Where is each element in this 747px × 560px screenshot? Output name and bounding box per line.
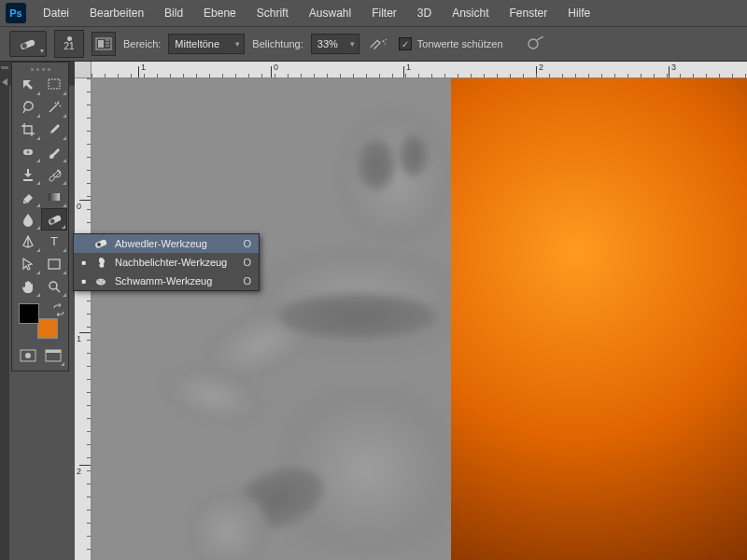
quickmask-toggle[interactable] (15, 344, 40, 367)
svg-point-3 (382, 40, 384, 42)
svg-text:T: T (50, 234, 58, 248)
current-tool-indicator[interactable]: ▾ (9, 31, 47, 57)
shape-tool[interactable] (41, 253, 67, 275)
workarea: 101234 012 (75, 62, 747, 560)
pressure-toggle[interactable] (524, 32, 548, 56)
flyout-item-dodge[interactable]: Abwedler-WerkzeugO (74, 234, 259, 253)
protect-tones-option[interactable]: ✓ Tonwerte schützen (399, 37, 503, 50)
option-bar: ▾ 21 Bereich: Mitteltöne Belichtung: 33%… (0, 26, 747, 62)
svg-point-8 (57, 103, 59, 105)
type-tool[interactable]: T (41, 231, 67, 253)
canvas[interactable]: · ❦ · K MEDIA MBH & CO. KG B · ❦ · (92, 78, 747, 560)
exposure-label: Belichtung: (252, 38, 303, 49)
menu-hilfe[interactable]: Hilfe (558, 3, 599, 23)
rect-marquee-tool[interactable] (41, 74, 67, 96)
svg-point-16 (25, 353, 31, 358)
svg-point-20 (96, 279, 106, 286)
flyout-item-sponge[interactable]: ■Schwamm-WerkzeugO (74, 272, 259, 290)
svg-point-5 (384, 43, 385, 44)
vertical-ruler[interactable]: 012 (75, 78, 92, 560)
toolbox-grip[interactable] (15, 66, 65, 72)
menu-ebene[interactable]: Ebene (194, 3, 246, 23)
shortcut-key: O (243, 238, 251, 249)
flyout-item-burn[interactable]: ■Nachbelichter-WerkzeugO (74, 253, 259, 272)
brush-size-value: 21 (63, 41, 74, 51)
foreground-color-swatch[interactable] (19, 303, 39, 324)
color-swatches[interactable] (19, 303, 54, 339)
eraser-tool[interactable] (15, 186, 41, 208)
svg-rect-13 (49, 259, 60, 269)
history-brush-tool[interactable] (41, 163, 67, 186)
burn-icon (94, 256, 107, 269)
range-select[interactable]: Mitteltöne (168, 34, 245, 54)
move-tool[interactable] (15, 74, 41, 96)
hand-tool[interactable] (15, 275, 41, 298)
svg-point-14 (49, 282, 57, 289)
svg-rect-7 (49, 79, 60, 89)
selected-indicator: ■ (81, 259, 87, 267)
menu-bild[interactable]: Bild (155, 3, 192, 23)
lasso-tool[interactable] (15, 96, 41, 119)
eyedropper-tool[interactable] (41, 119, 67, 141)
tool-flyout: Abwedler-WerkzeugO■Nachbelichter-Werkzeu… (73, 233, 260, 291)
sponge-icon (94, 274, 107, 287)
crop-tool[interactable] (15, 119, 41, 141)
airbrush-toggle[interactable] (367, 32, 391, 56)
svg-rect-18 (46, 350, 61, 353)
brush-tool[interactable] (41, 141, 67, 163)
panel-dock-strip[interactable] (0, 62, 9, 560)
document-image: · ❦ · K MEDIA MBH & CO. KG B · ❦ · (92, 78, 747, 560)
svg-point-22 (101, 282, 103, 284)
svg-point-6 (529, 39, 538, 49)
swap-colors-icon[interactable] (52, 303, 65, 316)
menu-fenster[interactable]: Fenster (500, 3, 557, 23)
background-color-swatch[interactable] (37, 318, 58, 339)
menu-ansicht[interactable]: Ansicht (443, 3, 498, 23)
ruler-origin[interactable] (75, 62, 92, 78)
svg-point-21 (98, 280, 100, 282)
shortcut-key: O (243, 275, 251, 287)
exposure-input[interactable]: 33% (311, 34, 359, 54)
selected-indicator: ■ (81, 277, 87, 286)
app-logo: Ps (6, 3, 26, 23)
dodge-icon (94, 237, 107, 250)
shortcut-key: O (243, 257, 251, 268)
pen-tool[interactable] (15, 231, 41, 253)
svg-rect-10 (49, 193, 60, 201)
dodge-tool[interactable] (41, 208, 67, 231)
stamp-tool[interactable] (15, 163, 41, 186)
menu-filter[interactable]: Filter (362, 3, 406, 23)
range-label: Bereich: (123, 38, 161, 49)
svg-rect-2 (98, 40, 104, 48)
toolbox: T (11, 62, 69, 371)
magic-wand-tool[interactable] (41, 96, 67, 119)
svg-point-23 (102, 280, 103, 281)
menu-bearbeiten[interactable]: Bearbeiten (80, 3, 153, 23)
brush-panel-toggle[interactable] (92, 32, 116, 56)
brush-preset[interactable]: 21 (54, 30, 84, 58)
path-select-tool[interactable] (15, 253, 41, 275)
svg-point-19 (97, 243, 101, 246)
menu-schrift[interactable]: Schrift (247, 3, 298, 23)
zoom-tool[interactable] (41, 275, 67, 298)
protect-checkbox[interactable]: ✓ (399, 37, 412, 50)
menu-3d[interactable]: 3D (408, 3, 441, 23)
blur-tool[interactable] (15, 208, 41, 231)
menu-datei[interactable]: Datei (34, 3, 78, 23)
menubar: Ps DateiBearbeitenBildEbeneSchriftAuswah… (0, 0, 747, 26)
gradient-tool[interactable] (41, 186, 67, 208)
horizontal-ruler[interactable]: 101234 (92, 62, 747, 78)
svg-point-4 (385, 39, 386, 40)
menu-auswahl[interactable]: Auswahl (300, 3, 360, 23)
svg-point-11 (50, 219, 55, 224)
screenmode-toggle[interactable] (40, 344, 65, 367)
svg-point-0 (21, 43, 27, 49)
healing-tool[interactable] (15, 141, 41, 163)
